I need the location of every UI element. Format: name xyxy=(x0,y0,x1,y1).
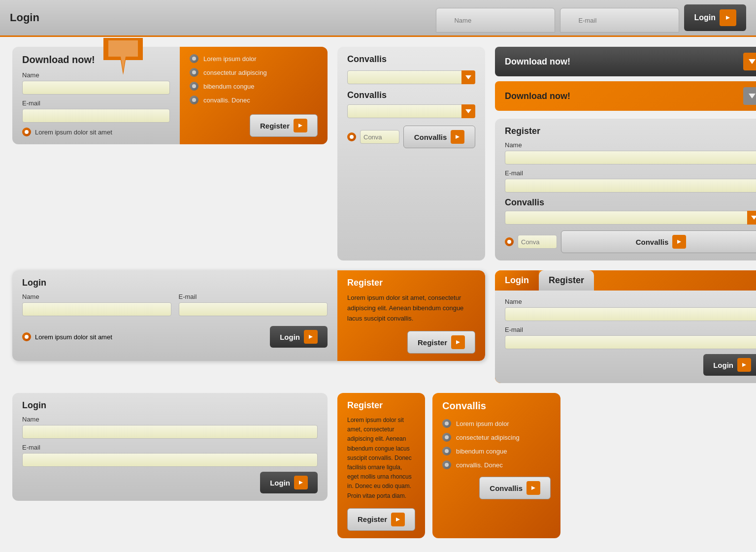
convallis-list-btn-row: Convallis xyxy=(442,477,551,499)
download-form-left: Download now! Name E-mail Lorem ipsum do… xyxy=(12,47,180,144)
row3-login-btn-row: Login xyxy=(22,472,318,493)
radio-circle-1[interactable] xyxy=(22,128,31,136)
download-form-card: Download now! Name E-mail Lorem ipsum do… xyxy=(12,47,328,144)
right-column: Download now! Download now! Register Nam… xyxy=(495,47,756,260)
select-wrapper-1 xyxy=(347,70,475,84)
row3-email-input[interactable] xyxy=(22,453,318,467)
header-email-input[interactable] xyxy=(575,13,664,27)
row3-name-field: Name xyxy=(22,416,318,439)
register-email-field: E-mail xyxy=(505,169,756,193)
register-arrow-icon-2 xyxy=(672,235,686,249)
register-email-label: E-mail xyxy=(505,169,756,177)
convallis-radio[interactable] xyxy=(347,132,356,141)
register-email-input[interactable] xyxy=(505,179,756,193)
convallis-radio-2[interactable] xyxy=(442,433,451,442)
convallis-input-2[interactable] xyxy=(347,104,475,118)
tab-register[interactable]: Register xyxy=(539,270,594,291)
login-radio-row: Lorem ipsum dolor sit amet xyxy=(22,332,112,341)
register-btn-row: Register xyxy=(190,114,318,137)
register-convallis-title: Convallis xyxy=(505,197,756,208)
radio-gray-2[interactable] xyxy=(190,68,198,77)
register-arrow-r2 xyxy=(451,335,465,349)
convallis-submit-row: Convallis xyxy=(347,126,475,148)
login-register-row2: Login Name E-mail Lorem ipsum dolor sit … xyxy=(12,270,485,383)
tab-email-input[interactable] xyxy=(505,335,756,349)
login-button-r2[interactable]: Login xyxy=(270,326,328,348)
convallis-list-button[interactable]: Convallis xyxy=(479,477,551,499)
login-email-group: E-mail xyxy=(179,293,328,316)
tab-name-field: Name xyxy=(505,298,756,321)
radio-list: Lorem ipsum dolor consectetur adipiscing… xyxy=(190,54,318,109)
register-button-r2[interactable]: Register xyxy=(407,331,475,354)
email-field-group: E-mail xyxy=(22,99,170,123)
register-section-r2: Register Lorem ipsum dolor sit amet, con… xyxy=(337,270,485,361)
radio-gray-3[interactable] xyxy=(190,82,198,91)
svg-marker-15 xyxy=(396,518,400,521)
tab-name-input[interactable] xyxy=(505,307,756,321)
register-convallis-button[interactable]: Convallis xyxy=(561,230,756,253)
email-input[interactable] xyxy=(22,109,170,123)
header-name-input[interactable] xyxy=(451,13,540,27)
email-tab xyxy=(560,8,679,32)
convallis-input-1[interactable] xyxy=(347,70,475,84)
radio-gray-1[interactable] xyxy=(190,54,198,63)
svg-marker-11 xyxy=(309,335,313,339)
tab-login-button[interactable]: Login xyxy=(703,354,756,376)
login-register-card: Login Name E-mail Lorem ipsum dolor sit … xyxy=(12,270,485,361)
lorem-radio-row: Lorem ipsum dolor sit amet xyxy=(22,128,170,136)
register-name-input[interactable] xyxy=(505,151,756,164)
radio-gray-4[interactable] xyxy=(190,96,198,104)
login-radio[interactable] xyxy=(22,332,31,341)
card7-body: Name E-mail Login xyxy=(495,291,756,383)
login-name-input[interactable] xyxy=(22,302,171,316)
login-arrow-icon xyxy=(304,330,318,344)
svg-marker-14 xyxy=(299,481,303,485)
name-input[interactable] xyxy=(22,81,170,95)
row3-email-label: E-mail xyxy=(22,444,318,451)
convallis-radio-item-4: convallis. Donec xyxy=(442,460,551,469)
header-title: Login xyxy=(10,11,39,24)
header-login-button[interactable]: Login xyxy=(684,4,746,31)
email-label: E-mail xyxy=(22,99,170,107)
convallis-radio-1[interactable] xyxy=(442,419,451,428)
svg-marker-12 xyxy=(456,340,460,344)
svg-marker-8 xyxy=(749,94,756,98)
register-button[interactable]: Register xyxy=(250,114,318,137)
register-text-r2: Lorem ipsum dolor sit amet, consectetur … xyxy=(347,293,475,324)
convallis-radio-4[interactable] xyxy=(442,460,451,469)
register-radio[interactable] xyxy=(505,237,514,246)
row3-register-title: Register xyxy=(347,400,415,411)
register-select-input[interactable] xyxy=(505,211,756,225)
row3-register-card: Register Lorem ipsum dolor sit amet, con… xyxy=(337,393,425,538)
login-lorem: Lorem ipsum dolor sit amet xyxy=(35,333,112,341)
tab-row: Login Register xyxy=(495,270,756,291)
row3-register-button[interactable]: Register xyxy=(347,508,415,531)
login-name-group: Name xyxy=(22,293,171,316)
convallis-list-title: Convallis xyxy=(442,400,551,412)
convallis-submit-button[interactable]: Convallis xyxy=(403,126,475,148)
row3-register-btn-row: Register xyxy=(347,508,415,531)
main-content: Download now! Name E-mail Lorem ipsum do… xyxy=(0,37,756,548)
row3-email-field: E-mail xyxy=(22,444,318,467)
row3-login-button[interactable]: Login xyxy=(260,472,318,493)
tab-email-label: E-mail xyxy=(505,326,756,333)
row3-name-input[interactable] xyxy=(22,425,318,439)
login-email-label: E-mail xyxy=(179,293,328,300)
svg-marker-3 xyxy=(298,124,302,128)
svg-marker-10 xyxy=(677,240,681,244)
login-email-input[interactable] xyxy=(179,302,328,316)
header-controls: Login xyxy=(436,4,746,31)
tab-login[interactable]: Login xyxy=(495,270,539,291)
login-title-r2: Login xyxy=(22,278,328,288)
radio-item-3: bibendum congue xyxy=(190,82,318,91)
convallis-radio-3[interactable] xyxy=(442,447,451,455)
download-btn-dark[interactable]: Download now! xyxy=(495,47,756,76)
svg-marker-16 xyxy=(531,486,535,490)
svg-marker-7 xyxy=(749,59,756,64)
download-btn-orange[interactable]: Download now! xyxy=(495,81,756,111)
conva-input[interactable] xyxy=(360,130,399,144)
download-orange-arrow xyxy=(743,87,756,105)
tab-login-arrow xyxy=(737,358,751,372)
register-conva-input[interactable] xyxy=(518,235,557,249)
login-section: Login Name E-mail Lorem ipsum dolor sit … xyxy=(12,270,337,361)
